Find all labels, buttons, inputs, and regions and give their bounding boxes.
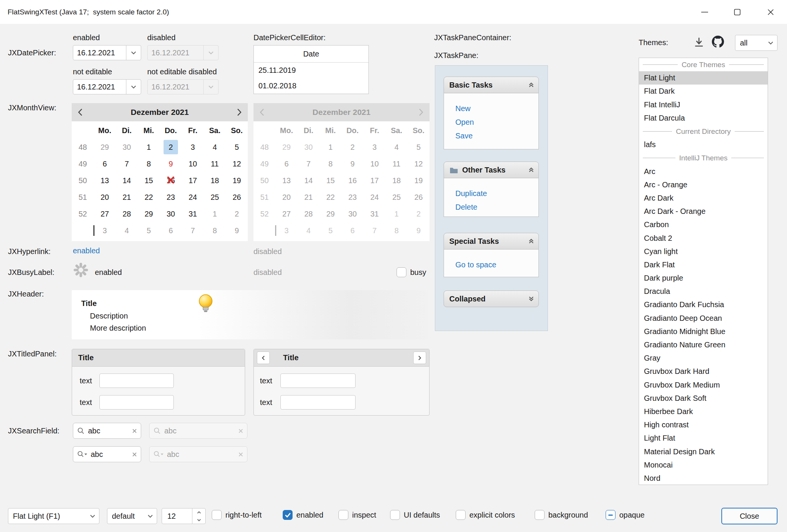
text-field[interactable]	[99, 395, 174, 410]
calendar-day[interactable]: 13	[94, 172, 116, 189]
search-input[interactable]: abc	[88, 427, 132, 435]
checkbox-box[interactable]	[338, 510, 348, 520]
chevron-down-icon[interactable]	[764, 41, 777, 45]
theme-item[interactable]: Carbon	[639, 218, 768, 231]
theme-item[interactable]: Cyan light	[639, 245, 768, 258]
checkbox-background[interactable]: background	[535, 510, 588, 520]
taskpane-header-basic-tasks[interactable]: Basic Tasks	[444, 77, 539, 93]
chevron-down-icon[interactable]	[126, 46, 141, 60]
calendar-day[interactable]: 7	[182, 222, 204, 239]
theme-item[interactable]: Arc Dark	[639, 191, 768, 205]
taskpane-header-collapsed[interactable]: Collapsed	[444, 290, 539, 307]
minimize-button[interactable]	[688, 0, 721, 24]
theme-item[interactable]: Gradianto Dark Fuchsia	[639, 298, 768, 311]
theme-item[interactable]: Hiberbee Dark	[639, 405, 768, 418]
theme-item[interactable]: lafs	[639, 138, 768, 151]
expand-icon[interactable]	[529, 296, 534, 301]
taskpane-link[interactable]: Duplicate	[455, 187, 538, 200]
spinner-up-icon[interactable]	[192, 508, 205, 516]
text-field[interactable]	[280, 395, 356, 410]
calendar-day[interactable]: 27	[94, 206, 116, 222]
calendar-day[interactable]: 6	[94, 155, 116, 172]
checkbox-ui-defaults[interactable]: UI defaults	[390, 510, 440, 520]
theme-item[interactable]: Flat Darcula	[639, 111, 768, 125]
next-month-icon[interactable]	[237, 108, 242, 116]
font-size-spinner[interactable]: 12	[162, 508, 206, 524]
table-row[interactable]: 01.02.2018	[254, 78, 368, 94]
calendar-day[interactable]: 20	[94, 189, 116, 206]
calendar-day[interactable]: 11	[204, 155, 226, 172]
calendar-day[interactable]: 25	[204, 189, 226, 206]
checkbox-inspect[interactable]: inspect	[338, 510, 376, 520]
table-row[interactable]: 25.11.2019	[254, 63, 368, 78]
theme-item[interactable]: Gruvbox Dark Medium	[639, 378, 768, 392]
calendar-day[interactable]: 16✕	[160, 172, 182, 189]
theme-filter-combo[interactable]: all	[735, 35, 778, 51]
checkbox-box[interactable]	[283, 510, 293, 520]
checkbox-enabled[interactable]: enabled	[283, 510, 323, 520]
calendar-day[interactable]: 3	[94, 222, 116, 239]
combo-value[interactable]: Flat Light (F1)	[8, 512, 86, 521]
prev-month-icon[interactable]	[78, 108, 83, 116]
collapse-icon[interactable]	[529, 82, 534, 88]
calendar-day[interactable]: 7	[116, 155, 138, 172]
datepicker-value[interactable]: 16.12.2021	[73, 80, 126, 94]
spinner-down-icon[interactable]	[192, 516, 205, 524]
calendar-day[interactable]: 2	[226, 206, 248, 222]
checkbox-box[interactable]	[390, 510, 400, 520]
taskpane-link[interactable]: Open	[455, 115, 538, 129]
spinner-buttons[interactable]	[192, 508, 205, 524]
calendar-day[interactable]: 26	[226, 189, 248, 206]
calendar-day[interactable]: 30	[116, 139, 138, 155]
checkbox-explicit-colors[interactable]: explicit colors	[456, 510, 515, 520]
calendar-day[interactable]: 15	[138, 172, 160, 189]
text-field[interactable]	[280, 373, 356, 388]
theme-item[interactable]: Flat Dark	[639, 85, 768, 98]
spinner-value[interactable]: 12	[162, 512, 192, 521]
taskpane-header-special-tasks[interactable]: Special Tasks	[444, 233, 539, 250]
calendar-day[interactable]: 28	[116, 206, 138, 222]
calendar-day[interactable]: 1	[204, 206, 226, 222]
close-window-button[interactable]	[754, 0, 787, 24]
taskpane-link[interactable]: Go to space	[455, 258, 538, 271]
download-icon[interactable]	[693, 36, 705, 48]
calendar-day[interactable]: 29	[94, 139, 116, 155]
checkbox-box[interactable]	[212, 510, 222, 520]
calendar-day[interactable]: 2	[160, 139, 182, 155]
theme-item[interactable]: Flat Light	[639, 71, 768, 85]
close-button[interactable]: Close	[721, 508, 778, 524]
calendar-day[interactable]: 3	[182, 139, 204, 155]
calendar-day[interactable]: 8	[138, 155, 160, 172]
style-combo[interactable]: default	[107, 508, 157, 524]
theme-item[interactable]: Dracula	[639, 285, 768, 298]
busy-checkbox[interactable]: busy	[397, 267, 426, 277]
search-field-with-menu[interactable]: abc	[73, 446, 141, 462]
calendar-day[interactable]: 17	[182, 172, 204, 189]
theme-item[interactable]: Dark Flat	[639, 258, 768, 271]
theme-item[interactable]: Cobalt 2	[639, 231, 768, 245]
taskpane-link[interactable]: Save	[455, 129, 538, 143]
calendar-day[interactable]: 6	[160, 222, 182, 239]
checkbox-opaque[interactable]: opaque	[606, 510, 645, 520]
calendar-day[interactable]: 19	[226, 172, 248, 189]
search-input[interactable]: abc	[91, 450, 132, 459]
chevron-down-icon[interactable]	[86, 515, 99, 518]
datepicker-enabled[interactable]: 16.12.2021	[73, 45, 141, 60]
theme-item[interactable]: Dark purple	[639, 271, 768, 285]
calendar-day[interactable]: 31	[182, 206, 204, 222]
maximize-button[interactable]	[721, 0, 754, 24]
clear-icon[interactable]	[132, 452, 137, 457]
calendar-day[interactable]: 12	[226, 155, 248, 172]
theme-item[interactable]: Arc Dark - Orange	[639, 205, 768, 218]
checkbox-box[interactable]	[606, 510, 615, 520]
text-field[interactable]	[99, 373, 174, 388]
calendar-day[interactable]: 5	[226, 139, 248, 155]
theme-item[interactable]: Material Design Dark	[639, 445, 768, 458]
taskpane-link[interactable]: New	[455, 102, 538, 115]
calendar-day[interactable]: 8	[204, 222, 226, 239]
calendar-day[interactable]: 4	[116, 222, 138, 239]
checkbox-right-to-left[interactable]: right-to-left	[212, 510, 262, 520]
combo-value[interactable]: all	[735, 39, 764, 47]
calendar-day[interactable]: 1	[138, 139, 160, 155]
theme-item[interactable]: Gradianto Deep Ocean	[639, 312, 768, 325]
